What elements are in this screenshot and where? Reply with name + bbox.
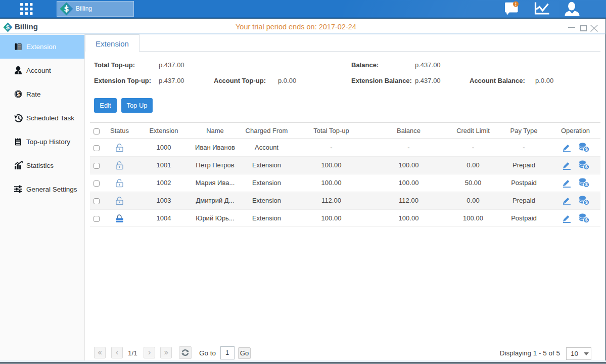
svg-text:$: $ bbox=[585, 217, 587, 222]
svg-text:$: $ bbox=[585, 165, 587, 170]
svg-text:S: S bbox=[6, 24, 10, 30]
svg-text:$: $ bbox=[585, 183, 587, 188]
svg-text:$: $ bbox=[585, 200, 587, 205]
svg-text:$: $ bbox=[17, 91, 20, 97]
svg-text:S: S bbox=[64, 5, 69, 13]
svg-text:$: $ bbox=[585, 147, 587, 152]
